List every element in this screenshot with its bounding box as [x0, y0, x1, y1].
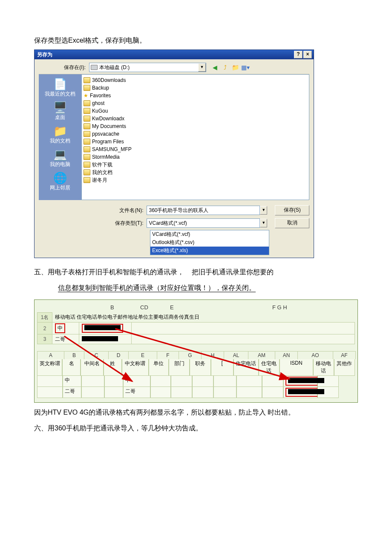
file-list[interactable]: 360DownloadsBackup★FavoritesghostKuGouKw…	[81, 74, 309, 200]
cancel-button[interactable]: 取消	[275, 218, 309, 228]
col-letter: AF	[333, 351, 356, 359]
col-letter: AN	[275, 351, 297, 359]
disk-icon	[91, 65, 98, 70]
note-htc: 因为HTV EVO 4G的通讯录格式有两列都显示名字，所以都要粘贴，防止导入 时…	[34, 406, 358, 419]
folder-icon	[84, 108, 90, 114]
col-letter: H	[201, 351, 224, 359]
col-letter: AL	[224, 351, 248, 359]
col-label: 部门	[169, 359, 190, 376]
folder-item[interactable]: 软件下载	[84, 161, 307, 169]
step6: 六、用360手机助手把通讯录导入，等几秒钟大功告成。	[34, 422, 358, 435]
sheet2-cell	[283, 387, 317, 398]
name-cell: 中	[55, 323, 65, 333]
folder-item[interactable]: Backup	[84, 84, 307, 92]
folder-name: Favorites	[90, 93, 111, 99]
folder-icon	[84, 100, 90, 106]
folder-item[interactable]: KuGou	[84, 107, 307, 115]
col-label: 姓	[104, 359, 122, 376]
filetype-dropdown-icon[interactable]: ▼	[260, 219, 268, 227]
filename-value: 360手机助手导出的联系人	[149, 207, 208, 214]
sheet2-cell	[213, 387, 236, 398]
save-in-value: 本地磁盘 (D:)	[99, 64, 198, 71]
filename-label: 文件名(N):	[39, 207, 147, 214]
sheet2-cell	[262, 376, 283, 387]
spreadsheet-figure: B CD E F G H 1名 移动电话 住宅电话单位电子邮件地址单位主要电话商…	[34, 299, 358, 403]
up-icon[interactable]: ⤴	[221, 63, 229, 72]
folder-icon	[84, 162, 90, 168]
sheet2-cell	[192, 376, 213, 387]
col-label: 住宅电话	[233, 359, 259, 376]
col-letter: D	[108, 351, 128, 359]
place-icon: 🖥️	[39, 102, 81, 113]
folder-name: Backup	[92, 85, 109, 91]
folder-name: 软件下载	[92, 161, 112, 169]
folder-item[interactable]: Program Files	[84, 138, 307, 145]
filename-dropdown-icon[interactable]: ▼	[260, 206, 268, 215]
filetype-option[interactable]: Outlook格式(*.csv)	[150, 238, 269, 247]
folder-item[interactable]: ppsvacache	[84, 130, 307, 138]
redacted-phone	[84, 325, 121, 330]
save-button[interactable]: 保存(S)	[275, 205, 309, 215]
sheet2-cell	[81, 376, 104, 387]
intro-text: 保存类型选Excel格式，保存到电脑。	[34, 34, 358, 47]
folder-icon	[84, 85, 90, 91]
folder-icon	[84, 131, 90, 137]
folder-item[interactable]: 360Downloads	[84, 76, 307, 84]
folder-item[interactable]: KwDownloadx	[84, 115, 307, 122]
save-in-combo[interactable]: 本地磁盘 (D:) ▼	[89, 63, 206, 72]
sheet2-col-labels: 英文称谓名中间名姓中文称谓单位部门职务[住宅电话住宅电话ISDN移动电话其他作	[37, 359, 355, 376]
folder-item[interactable]: StormMedia	[84, 153, 307, 161]
sheet2-cell	[37, 376, 63, 387]
help-button[interactable]: ?	[294, 51, 303, 58]
folder-name: 谢冬月	[92, 177, 107, 184]
places-item[interactable]: 📁我的文档	[39, 125, 81, 145]
places-item[interactable]: 🌐网上邻居	[39, 172, 81, 192]
col-letter: G	[179, 351, 201, 359]
new-folder-icon[interactable]: 📁	[231, 63, 239, 72]
col-label: [	[211, 359, 233, 376]
filetype-label: 保存类型(T):	[39, 220, 147, 227]
folder-name: 360Downloads	[92, 77, 126, 83]
folder-item[interactable]: ★Favorites	[84, 92, 307, 99]
filetype-option[interactable]: Excel格式(*.xls)	[150, 247, 269, 255]
filename-input[interactable]: 360手机助手导出的联系人	[147, 206, 259, 215]
close-button[interactable]: ×	[303, 51, 312, 58]
places-item[interactable]: 💻我的电脑	[39, 149, 81, 168]
filetype-dropdown-list[interactable]: VCard格式(*.vcf)Outlook格式(*.csv)Excel格式(*.…	[150, 230, 269, 255]
folder-name: SAMSUNG_MFP	[92, 146, 132, 152]
col-letter: F	[157, 351, 179, 359]
sheet2-cell: 二哥	[63, 387, 81, 398]
sheet2-cell	[262, 387, 283, 398]
place-label: 我最近的文档	[39, 90, 81, 98]
folder-item[interactable]: ghost	[84, 99, 307, 107]
folder-item[interactable]: 谢冬月	[84, 176, 307, 184]
place-label: 我的文档	[39, 137, 81, 145]
filetype-combo[interactable]: VCard格式(*.vcf)	[147, 218, 259, 228]
sheet1-header: 移动电话 住宅电话单位电子邮件地址单位主要电话商务传真生日	[52, 313, 355, 323]
filetype-option[interactable]: VCard格式(*.vcf)	[150, 230, 269, 238]
folder-icon	[84, 139, 90, 145]
col-letter: C	[84, 351, 108, 359]
view-icon[interactable]: ▦▾	[241, 63, 250, 72]
col-letter: A	[37, 351, 64, 359]
sheet2-cell	[150, 376, 171, 387]
sheet2-cell	[37, 387, 63, 398]
folder-name: Program Files	[92, 139, 124, 145]
sheet2-cell	[236, 387, 262, 398]
places-item[interactable]: 📄我最近的文档	[39, 78, 81, 98]
folder-item[interactable]: My Documents	[84, 122, 307, 130]
col-label: 英文称谓	[37, 359, 62, 376]
folder-name: StormMedia	[92, 154, 120, 160]
sheet2-cell	[104, 387, 123, 398]
folder-icon	[84, 146, 90, 152]
sheet2-cell	[104, 376, 123, 387]
places-item[interactable]: 🖥️桌面	[39, 102, 81, 121]
dropdown-icon[interactable]: ▼	[198, 63, 206, 72]
folder-item[interactable]: 我的文档	[84, 169, 307, 176]
sheet2-cell	[283, 376, 317, 387]
sheet2-row: 中中	[37, 376, 355, 387]
redacted-phone	[82, 336, 118, 341]
sheet2-cell: 中	[63, 376, 81, 387]
folder-item[interactable]: SAMSUNG_MFP	[84, 145, 307, 153]
back-icon[interactable]: ◀	[210, 63, 219, 72]
